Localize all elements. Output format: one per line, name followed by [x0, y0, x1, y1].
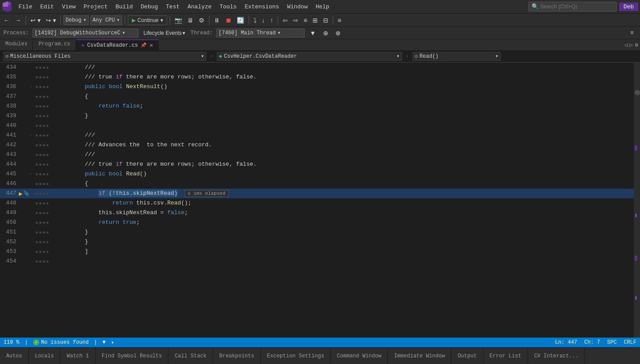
bottom-tab[interactable]: Locals	[29, 348, 60, 364]
undo-group-btn[interactable]: ↩ ▾	[29, 16, 42, 25]
bottom-tab[interactable]: Immediate Window	[388, 348, 451, 364]
tab-csvdatareader[interactable]: ◆ CsvDataReader.cs 📌 ✕	[76, 39, 159, 50]
filter-icon[interactable]: ▼	[102, 339, 105, 345]
tab-action-pin[interactable]: ◁	[625, 41, 628, 48]
menu-project[interactable]: Project	[80, 2, 112, 12]
bottom-tab[interactable]: Watch 1	[60, 348, 95, 364]
stop-btn[interactable]: ⏹	[223, 16, 233, 25]
line-content: }	[69, 237, 634, 247]
search-input[interactable]	[540, 4, 607, 10]
fold-indicator[interactable]: −	[28, 130, 34, 140]
misc-files-dropdown[interactable]: ⊞ Miscellaneous Files ▾	[4, 52, 206, 61]
fold-indicator[interactable]	[28, 140, 34, 150]
step-over-btn[interactable]: ⤵	[252, 16, 258, 25]
menu-view[interactable]: View	[58, 2, 79, 12]
menu-analyze[interactable]: Analyze	[184, 2, 216, 12]
thread-filter-btn[interactable]: ▼	[308, 29, 318, 37]
tab-program-cs[interactable]: Program.cs	[33, 39, 76, 50]
fold-indicator[interactable]	[28, 72, 34, 82]
more1-btn[interactable]: ⚙	[197, 16, 206, 25]
menu-edit[interactable]: Edit	[37, 2, 57, 12]
camera-btn[interactable]: 📷	[173, 16, 184, 25]
bottom-tab[interactable]: Autos	[0, 348, 29, 364]
bottom-tab[interactable]: Exception Settings	[261, 348, 331, 364]
line-number: 446	[0, 179, 20, 189]
bottom-tab[interactable]: Call Stack	[168, 348, 213, 364]
fold-indicator[interactable]	[28, 189, 34, 198]
deb-button[interactable]: Deb	[619, 3, 638, 11]
fold-indicator[interactable]	[28, 218, 34, 227]
bottom-tab[interactable]: Breakpoints	[213, 348, 261, 364]
encoding-label[interactable]: SPC	[607, 339, 617, 345]
fold-indicator[interactable]	[28, 150, 34, 160]
fold-indicator[interactable]	[28, 160, 34, 169]
restart-btn[interactable]: 🔄	[235, 16, 246, 25]
code-scroll[interactable]: 434 /// 435 /// true if there are more r…	[0, 63, 634, 338]
fold-indicator[interactable]	[28, 198, 34, 208]
filter-chevron-icon[interactable]: ▾	[111, 339, 114, 346]
menu-window[interactable]: Window	[283, 2, 311, 12]
menu-build[interactable]: Build	[112, 2, 136, 12]
fold-indicator[interactable]	[28, 237, 34, 247]
eol-label[interactable]: CRLF	[624, 339, 636, 345]
process-dropdown[interactable]: [14192] DebugWithoutSourceC ▾	[33, 29, 138, 37]
back-btn[interactable]: ←	[2, 16, 11, 25]
class-dropdown[interactable]: ◈ CsvHelper.CsvDataReader ▾	[217, 52, 402, 61]
fold-indicator[interactable]	[28, 247, 34, 256]
bottom-tab[interactable]: C# Interact...	[528, 348, 585, 364]
fold-indicator[interactable]	[28, 121, 34, 130]
fold-indicator[interactable]	[28, 63, 34, 72]
toolbar-misc5[interactable]: ⊟	[321, 16, 330, 25]
tab-action-settings[interactable]: ⚙	[635, 41, 638, 48]
menu-file[interactable]: File	[15, 2, 36, 12]
fold-indicator[interactable]	[28, 111, 34, 121]
tab-close-icon[interactable]: ✕	[149, 41, 153, 49]
thread-dropdown[interactable]: [7460] Main Thread ▾	[216, 29, 305, 37]
fold-indicator[interactable]: −	[28, 169, 34, 179]
search-box[interactable]: 🔍	[528, 2, 617, 11]
bottom-tab[interactable]: Error List	[484, 348, 528, 364]
platform-dropdown[interactable]: Any CPU ▾	[90, 15, 122, 25]
menu-tools[interactable]: Tools	[216, 2, 240, 12]
forward-btn[interactable]: →	[13, 16, 23, 25]
dot	[39, 251, 41, 253]
menu-help[interactable]: Help	[312, 2, 333, 12]
vertical-scrollbar[interactable]	[634, 63, 640, 338]
bottom-tab[interactable]: Output	[451, 348, 483, 364]
fold-indicator[interactable]	[28, 256, 34, 266]
toolbar-misc2[interactable]: ⇨	[291, 16, 300, 25]
bottom-tab[interactable]: Find Symbol Results	[96, 348, 169, 364]
bottom-tab[interactable]: Command Window	[331, 348, 388, 364]
thread-action1-btn[interactable]: ⊕	[321, 29, 330, 37]
toolbar-misc4[interactable]: ⊞	[311, 16, 320, 25]
menu-debug[interactable]: Debug	[137, 2, 161, 12]
step-out-btn[interactable]: ↑	[268, 16, 275, 25]
redo-group-btn[interactable]: ↪ ▾	[44, 16, 58, 25]
fold-indicator[interactable]	[28, 92, 34, 101]
tab-modules[interactable]: Modules	[0, 39, 33, 50]
monitor-btn[interactable]: 🖥	[186, 16, 195, 25]
line-content: ]	[69, 247, 634, 256]
step-into-btn[interactable]: ↓	[260, 16, 267, 25]
fold-indicator[interactable]	[28, 227, 34, 237]
tab-action-more[interactable]: ▷	[629, 41, 633, 48]
fold-indicator[interactable]: −	[28, 82, 34, 92]
fold-indicator[interactable]	[28, 208, 34, 218]
fold-indicator[interactable]	[28, 179, 34, 189]
toolbar-misc6[interactable]: ≡	[336, 16, 343, 25]
pin-icon: 📌	[141, 42, 147, 48]
lifecycle-btn[interactable]: Lifecycle Events ▾	[142, 29, 187, 37]
thread-action2-btn[interactable]: ⊗	[334, 29, 342, 37]
issues-status[interactable]: ✓ No issues found	[33, 339, 89, 345]
zoom-label[interactable]: 110 %	[4, 339, 19, 345]
pause-btn[interactable]: ⏸	[212, 16, 222, 25]
fold-indicator[interactable]	[28, 101, 34, 111]
menu-test[interactable]: Test	[162, 2, 183, 12]
toolbar-misc1[interactable]: ⇦	[281, 16, 290, 25]
continue-button[interactable]: ▶ Continue ▾	[128, 15, 167, 25]
config-dropdown[interactable]: Debug ▾	[63, 15, 89, 25]
menu-extensions[interactable]: Extensions	[241, 2, 283, 12]
dot	[36, 86, 38, 88]
method-dropdown[interactable]: ◎ Read() ▾	[413, 52, 501, 61]
toolbar-misc3[interactable]: ≡	[302, 16, 309, 25]
